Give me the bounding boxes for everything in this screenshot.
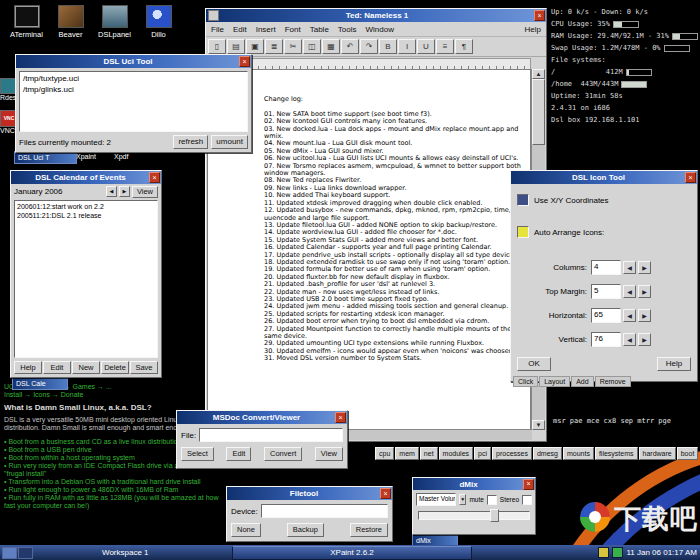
desktop-icon-dslpanel[interactable]: DSLpanel	[96, 5, 133, 39]
msdoc-titlebar[interactable]: MSDoc Convert/Viewer ×	[177, 411, 347, 424]
tab-remove[interactable]: Remove	[595, 376, 631, 387]
stats-hardware-button[interactable]: hardware	[639, 447, 676, 460]
vertical-increment-icon[interactable]: ▶	[638, 333, 651, 346]
edit-button[interactable]: Edit	[226, 447, 251, 461]
close-icon[interactable]: ×	[685, 172, 696, 183]
minimized-calendar-window[interactable]: DSL Cale	[12, 377, 68, 390]
save-icon[interactable]: ▣	[246, 39, 264, 54]
bold-icon[interactable]: B	[379, 39, 397, 54]
stats-mounts-button[interactable]: mounts	[563, 447, 594, 460]
paragraph-icon[interactable]: ¶	[455, 39, 473, 54]
delete-button[interactable]: Delete	[101, 361, 129, 375]
columns-input[interactable]: 4	[591, 260, 621, 275]
undo-icon[interactable]: ↶	[341, 39, 359, 54]
desktop-icon-beaver[interactable]: Beaver	[52, 5, 89, 39]
close-icon[interactable]: ×	[149, 172, 160, 183]
taskbar-task-xpaint[interactable]: XPaint 2.6.2	[232, 546, 472, 560]
top-margin-decrement-icon[interactable]: ◀	[623, 285, 636, 298]
uci-file-item[interactable]: /tmp/glinks.uci	[23, 84, 244, 95]
mute-checkbox[interactable]	[487, 495, 497, 505]
new-document-icon[interactable]: ▯	[208, 39, 226, 54]
none-button[interactable]: None	[231, 523, 261, 537]
desktop-icon-dillo[interactable]: Dillo	[140, 5, 177, 39]
horizontal-decrement-icon[interactable]: ◀	[623, 309, 636, 322]
stats-boot-button[interactable]: boot	[677, 447, 699, 460]
select-button[interactable]: Select	[181, 447, 214, 461]
volume-slider[interactable]	[418, 511, 530, 520]
auto-arrange-icons-checkbox[interactable]: Auto Arrange Icons:	[517, 226, 691, 238]
help-button[interactable]: Help	[14, 361, 42, 375]
copy-icon[interactable]: ◫	[303, 39, 321, 54]
top-margin-input[interactable]: 5	[591, 284, 621, 299]
edit-button[interactable]: Edit	[43, 361, 71, 375]
scroll-up-icon[interactable]: ▲	[532, 69, 545, 79]
calendar-event-item[interactable]: 200601:12:start work on 2.2	[17, 202, 155, 211]
scroll-down-icon[interactable]: ▼	[532, 420, 545, 430]
stats-cpu-button[interactable]: cpu	[375, 447, 394, 460]
stats-dmesg-button[interactable]: dmesg	[533, 447, 562, 460]
channel-select[interactable]: Master Volume	[416, 493, 456, 506]
file-input[interactable]	[199, 428, 343, 442]
close-icon[interactable]: ×	[534, 10, 545, 21]
previous-month-icon[interactable]: ◀	[106, 186, 117, 197]
save-button[interactable]: Save	[130, 361, 158, 375]
checkbox-icon[interactable]	[517, 226, 529, 238]
convert-button[interactable]: Convert	[264, 447, 302, 461]
uci-file-item[interactable]: /tmp/tuxtype.uci	[23, 73, 244, 84]
list-icon[interactable]: ≡	[436, 39, 454, 54]
volume-slider-thumb[interactable]	[490, 509, 499, 522]
open-icon[interactable]: ▤	[227, 39, 245, 54]
stats-modules-button[interactable]: modules	[439, 447, 473, 460]
horizontal-input[interactable]: 65	[591, 308, 621, 323]
menu-table[interactable]: Table	[310, 25, 329, 34]
xpdf-icon-label[interactable]: Xpdf	[114, 153, 128, 160]
stats-processes-button[interactable]: processes	[492, 447, 532, 460]
close-icon[interactable]: ×	[380, 488, 391, 499]
window-menu-icon[interactable]	[208, 10, 219, 21]
tab-add[interactable]: Add	[571, 376, 593, 387]
stats-pci-button[interactable]: pci	[474, 447, 491, 460]
tray-icon-2[interactable]	[612, 547, 623, 558]
menu-insert[interactable]: Insert	[256, 25, 276, 34]
redo-icon[interactable]: ↷	[360, 39, 378, 54]
vertical-input[interactable]: 76	[591, 332, 621, 347]
view-button[interactable]: View	[132, 186, 158, 198]
device-input[interactable]	[261, 504, 388, 518]
tab-layout[interactable]: Layout	[539, 376, 570, 387]
underline-icon[interactable]: U	[417, 39, 435, 54]
desktop-icon-aterminal[interactable]: ATerminal	[8, 5, 45, 39]
ted-titlebar[interactable]: Ted: Nameless 1 ×	[206, 9, 546, 22]
ted-document-area[interactable]: Change log: 01. New SATA boot time suppo…	[207, 69, 531, 430]
icon-tool-titlebar[interactable]: DSL Icon Tool ×	[511, 171, 697, 184]
umount-button[interactable]: umount	[211, 135, 248, 149]
menu-tools[interactable]: Tools	[338, 25, 357, 34]
calendar-events-list[interactable]: 200601:12:start work on 2.2 200511:21:DS…	[14, 200, 158, 358]
menu-edit[interactable]: Edit	[233, 25, 247, 34]
calendar-titlebar[interactable]: DSL Calendar of Events ×	[11, 171, 161, 184]
pager-cell-active[interactable]	[2, 547, 17, 559]
tab-click[interactable]: Click	[513, 376, 538, 387]
stats-net-button[interactable]: net	[420, 447, 438, 460]
new-button[interactable]: New	[72, 361, 100, 375]
workspace-label[interactable]: Workspace 1	[102, 548, 149, 557]
help-button[interactable]: Help	[657, 357, 691, 371]
menu-window[interactable]: Window	[366, 25, 394, 34]
calendar-event-item[interactable]: 200511:21:DSL 2.1 release	[17, 211, 155, 220]
restore-button[interactable]: Restore	[350, 523, 388, 537]
ok-button[interactable]: OK	[517, 357, 551, 371]
close-icon[interactable]: ×	[239, 56, 250, 67]
backup-button[interactable]: Backup	[287, 523, 324, 537]
scrollbar-thumb[interactable]	[532, 79, 545, 145]
chevron-down-icon[interactable]: ▼	[459, 494, 467, 505]
refresh-button[interactable]: refresh	[173, 135, 208, 149]
use-xy-coordinates-checkbox[interactable]: Use X/Y Coordinates	[517, 194, 691, 206]
menu-font[interactable]: Font	[285, 25, 301, 34]
next-month-icon[interactable]: ▶	[119, 186, 130, 197]
stereo-checkbox[interactable]	[522, 495, 532, 505]
vertical-decrement-icon[interactable]: ◀	[623, 333, 636, 346]
close-icon[interactable]: ×	[523, 479, 534, 490]
dmix-titlebar[interactable]: dMix ×	[413, 478, 535, 490]
columns-decrement-icon[interactable]: ◀	[623, 261, 636, 274]
top-margin-increment-icon[interactable]: ▶	[638, 285, 651, 298]
menu-help[interactable]: Help	[525, 25, 541, 34]
